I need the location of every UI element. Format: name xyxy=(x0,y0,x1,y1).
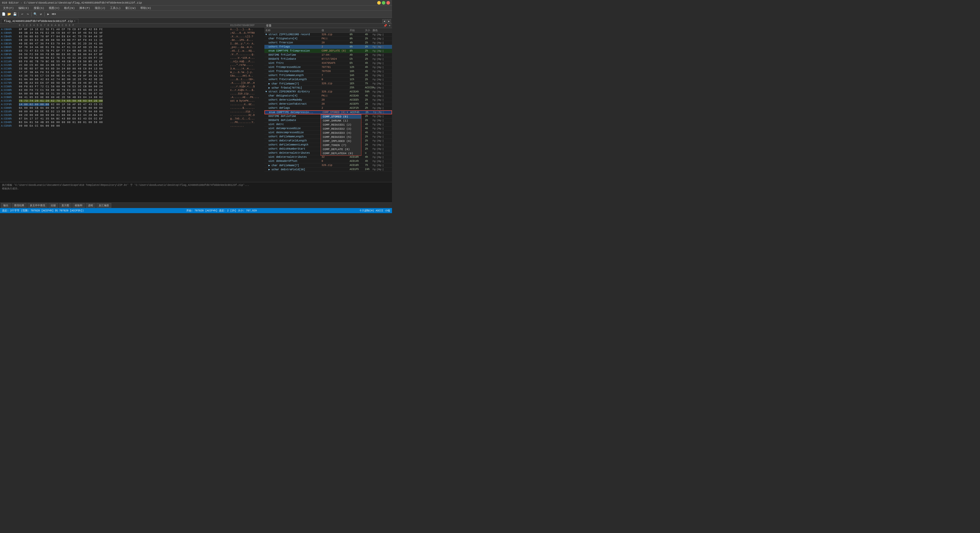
var-row[interactable]: ushort deVersionMadeBy20ACCEEh2hFg:Bg: xyxy=(264,98,392,102)
hex-icon[interactable]: HEX xyxy=(51,12,56,17)
nav-left-button[interactable]: ◀ xyxy=(382,19,387,23)
hex-row[interactable]: A:CD10h00 09 00 00 DE 02 D2 13 DB D2 7A … xyxy=(0,110,264,113)
bottom-btn-4[interactable]: 直方图 xyxy=(59,203,72,208)
undo-icon[interactable]: ↩ xyxy=(20,12,25,17)
dropdown-option-3[interactable]: COMP_REDUCED2 (3) xyxy=(321,127,361,131)
vars-pin-icon[interactable]: 📌 xyxy=(383,24,387,27)
close-button[interactable] xyxy=(387,1,390,5)
open-icon[interactable]: 📂 xyxy=(6,12,12,17)
vars-content[interactable]: ▼ struct ZIPFILERECORD record320.zip0h4h… xyxy=(264,33,392,182)
hex-row[interactable]: A:CC80h00 F8 03 F7 72 C1 58 69 40 76 E3 … xyxy=(0,85,264,88)
bottom-btn-7[interactable]: 反汇编器 xyxy=(97,203,111,208)
bottom-btn-6[interactable]: 进程 xyxy=(86,203,95,208)
var-row[interactable]: ushort frExtraFieldLength01Ch2hFg:Bg: xyxy=(264,78,392,82)
var-row[interactable]: ushort frVersion204h2hFg:Bg: xyxy=(264,41,392,45)
menu-item-s[interactable]: 搜索(S) xyxy=(32,6,46,11)
var-row[interactable]: ▼ struct ZIPFILERECORD record320.zip0h4h… xyxy=(264,33,392,37)
hex-row[interactable]: A:CBA0h82 58 0D 83 78 0F F7 84 E8 E4 4C … xyxy=(0,35,264,38)
hex-row[interactable]: A:CB90h80 3B 34 5A FE E2 36 C9 86 47 04 … xyxy=(0,31,264,35)
var-row[interactable]: ▶ char deFileName[7]320.zipACD18h7hFg:Bg… xyxy=(264,163,392,167)
menu-item-v[interactable]: 视图(V) xyxy=(47,6,62,11)
hex-row[interactable]: A:CBF0hD6 56 F2 D8 66 F8 B5 B0 E9 95 2E … xyxy=(0,53,264,56)
var-row[interactable]: ▶ uchar frData[707781]25hACCCShFg:Bg: xyxy=(264,86,392,90)
var-row[interactable]: ushort deFlags2ACCF2h2hFg:Bg: xyxy=(264,106,392,110)
find-icon[interactable]: 🔍 xyxy=(33,12,38,17)
hex-row[interactable]: A:CC10hB5 F8 6E 7B 79 BC 6E 55 40 CB B8 … xyxy=(0,60,264,63)
bottom-btn-5[interactable]: 校验和 xyxy=(73,203,85,208)
bottom-btn-2[interactable]: 多文件中查找 xyxy=(27,203,48,208)
file-tab[interactable]: flag_4248665100dfdb74fddde4ee3c86123f.zi… xyxy=(1,19,78,23)
var-row[interactable]: char frSignature[4]PK□□0h2hFg:Bg: xyxy=(264,37,392,41)
var-row[interactable]: uint deHeaderOffset0ACD14h4hFg:Bg: xyxy=(264,159,392,163)
var-row[interactable]: ▶ uchar deExtraField[36]ACD1Fh24hFg:Bg: xyxy=(264,167,392,172)
var-row[interactable]: uint deExternalAttributes32ACD10h4hFg:Bg… xyxy=(264,155,392,159)
hex-row[interactable]: A:CC30h33 9E 6D 97 06 03 8D 3A 34 B9 88 … xyxy=(0,67,264,70)
hex-row[interactable]: A:CBB0hCB 39 65 E3 AE 09 69 50 43 0D F7 … xyxy=(0,38,264,42)
var-row[interactable]: ▶ char frFileName[7]320.zip1Eh7hFg:Bg: xyxy=(264,82,392,86)
menu-item-p[interactable]: 脚本(P) xyxy=(77,6,92,11)
hex-content[interactable]: A:CB80h6F 0F 19 1E E2 5D F1 A8 CF 7D CD … xyxy=(0,27,264,182)
menu-item-e[interactable]: 编辑(E) xyxy=(16,6,31,11)
var-row[interactable]: ushort deVersionToExtract20ACCEFh2hFg:Bg… xyxy=(264,102,392,106)
hex-row[interactable]: A:CCB0h00 41 05 03 0E 00 00 AE 2E 50 4B … xyxy=(0,95,264,99)
redo-icon[interactable]: ↪ xyxy=(25,12,30,17)
var-row[interactable]: ▼ struct ZIPDIRENTRY dirEntry320.zipACCE… xyxy=(264,90,392,94)
hex-row[interactable]: A:CBC0h49 DE 06 47 36 F4 E3 79 84 2A 9E … xyxy=(0,42,264,45)
hex-row[interactable]: A:CB80h6F 0F 19 1E E2 5D F1 A8 CF 7D CD … xyxy=(0,27,264,31)
var-row[interactable]: DOSTIME frFileTime17:04:Ah2hFg:Bg: xyxy=(264,53,392,57)
hex-row[interactable]: A:CCA0h0A 00 00 0B 0B 33 31 39 2E 7A 69 … xyxy=(0,92,264,95)
dropdown-option-4[interactable]: COMP_REDUCED3 (4) xyxy=(321,131,361,135)
hex-row[interactable]: A:CD40hB3 DA 01 50 4B 05 06 00 00 00 01 … xyxy=(0,121,264,124)
nav-right-button[interactable]: ▶ xyxy=(387,19,391,23)
var-row[interactable]: enum COMPTYPE deCompressio...COMP_STORED… xyxy=(264,110,392,115)
hex-row[interactable]: A:CC70h96 4B A3 03 E6 CF 0D 5D 5B 4F D8 … xyxy=(0,81,264,85)
hex-row[interactable]: A:CD30h67 DA 17 37 41 35 9A BC 43 B9 E8 … xyxy=(0,117,264,121)
var-row[interactable]: uint frCompressedSize70778112h4hFg:Bg: xyxy=(264,65,392,70)
hex-row[interactable]: A:CC00hC5 8D F9 89 90 56 E2 7E 31 43 52 … xyxy=(0,56,264,60)
hex-row[interactable]: A:CC40h57 5F 3B 8A F0 53 1B 5C 57 A7 AA … xyxy=(0,70,264,74)
dropdown-option-8[interactable]: COMP_DEFLATE (8) xyxy=(321,147,361,151)
var-row[interactable]: char deSignature[4]PK□□ACCEAh4hFg:Bg: xyxy=(264,94,392,98)
hex-row[interactable]: A:CC90h63 00 F8 72 C1 58 69 40 76 E3 3C … xyxy=(0,88,264,92)
bottom-btn-0[interactable]: 输出 xyxy=(1,203,11,208)
run-icon[interactable]: ▶ xyxy=(46,12,51,17)
hex-row[interactable]: A:CCF0h14 00 02 00 00 00 82 88 1F 58 AF … xyxy=(0,103,264,106)
hex-row[interactable]: A:CD00h0A 00 00 CB 0A 00 00 07 24 00 00 … xyxy=(0,106,264,110)
maximize-button[interactable] xyxy=(382,1,385,5)
hex-row[interactable]: A:CC20h2C 8D C5 8C 00 2A 0B CD 72 23 37 … xyxy=(0,63,264,67)
menu-item-h[interactable]: 帮助(H) xyxy=(138,6,153,11)
dropdown-option-6[interactable]: COMP_IMPLODED (6) xyxy=(321,139,361,143)
menu-item-w[interactable]: 窗口(W) xyxy=(123,6,138,11)
hex-row[interactable]: A:CBD0h5F 70 34 4A 8E D1 F0 3A 47 61 C3 … xyxy=(0,45,264,49)
var-row[interactable]: uint frUncompressedSize70753616h4hFg:Bg: xyxy=(264,70,392,73)
vars-close-icon[interactable]: × xyxy=(389,24,390,27)
tab-close-icon[interactable]: × xyxy=(74,20,76,23)
dropdown-option-1[interactable]: COMP_SHRUNK (1) xyxy=(321,119,361,123)
var-row[interactable]: DOSDATE frFileDate07/17/2024Ch2hFg:Bg: xyxy=(264,57,392,61)
menu-item-l[interactable]: 工具(L) xyxy=(108,6,123,11)
minimize-button[interactable] xyxy=(377,1,381,5)
dropdown-option-7[interactable]: COMP_TOKEN (7) xyxy=(321,143,361,147)
bottom-btn-3[interactable]: 比较 xyxy=(48,203,58,208)
menu-item-j[interactable]: 项目(J) xyxy=(93,6,107,11)
dropdown-option-0[interactable]: COMP_STORED (0) xyxy=(321,115,361,119)
hex-row[interactable]: A:CD20h00 20 00 00 00 09 00 01 00 00 A3 … xyxy=(0,113,264,117)
bottom-btn-1[interactable]: 查找结果 xyxy=(12,203,27,208)
menu-item-f[interactable]: 文件(F) xyxy=(1,6,16,11)
hex-row[interactable]: A:CBE0hED 73 47 E3 C5 7B FC EF 77 E4 0B … xyxy=(0,49,264,53)
var-row[interactable]: uint frCrc434795AFhEh4hFg:Bg: xyxy=(264,61,392,65)
menu-item-n[interactable]: 格式(N) xyxy=(62,6,77,11)
hex-row[interactable]: A:CCC0h75 73 74 20 61 20 62 79 74 65 50 … xyxy=(0,99,264,103)
save-icon[interactable]: 💾 xyxy=(12,12,18,17)
hex-row[interactable]: A:CC50h43 38 75 85 C7 C6 80 9E 86 41 48 … xyxy=(0,74,264,78)
new-icon[interactable]: 📄 xyxy=(1,12,6,17)
hex-row[interactable]: A:CC60h01 0A 00 00 42 03 A2 74 8C 90 1E … xyxy=(0,78,264,81)
dropdown-option-9[interactable]: COMP_DEFLATE64 (9) xyxy=(321,151,361,156)
var-row[interactable]: ushort frFlags26h2hFg:Bg: xyxy=(264,45,392,49)
var-row[interactable]: ushort frFileNameLength71Ah2hFg:Bg: xyxy=(264,73,392,78)
replace-icon[interactable]: ⇄ xyxy=(38,12,43,17)
comp-type-dropdown[interactable]: COMP_STORED (0)COMP_SHRUNK (1)COMP_REDUC… xyxy=(321,115,361,156)
var-row[interactable]: enum COMPTYPE frCompressionCOMP_DEFLATE … xyxy=(264,49,392,53)
dropdown-option-2[interactable]: COMP_REDUCED1 (2) xyxy=(321,123,361,127)
hex-row[interactable]: A:CD50h00 00 EA CC 0A 00 00 00......... xyxy=(0,124,264,127)
